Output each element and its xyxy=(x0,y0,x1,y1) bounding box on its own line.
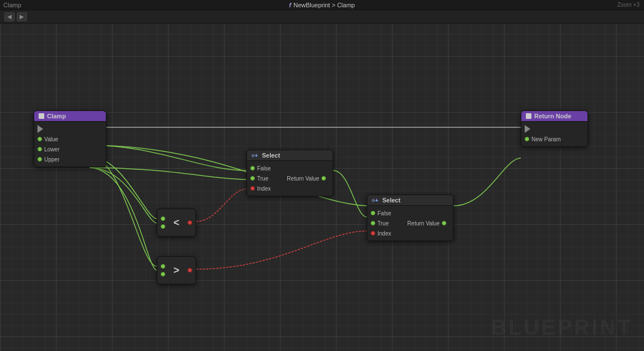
select2-false-pin xyxy=(371,211,375,215)
greater-than-left-pins xyxy=(161,264,165,276)
select2-return-row: Return Value xyxy=(404,218,450,228)
select2-pins: False True Index Return Valu xyxy=(367,208,453,238)
clamp-upper-row: Upper xyxy=(34,154,106,164)
select2-return-label: Return Value xyxy=(407,220,440,227)
clamp-node-header: ▣ Clamp xyxy=(34,111,106,122)
clamp-upper-pin xyxy=(38,157,42,161)
return-node[interactable]: ▣ Return Node New Param xyxy=(521,110,588,147)
return-param-label: New Param xyxy=(531,136,561,142)
select1-header: ≡+ Select xyxy=(247,150,333,161)
return-title: Return Node xyxy=(534,113,571,119)
topbar: Clamp f NewBlueprint > Clamp Zoom +3 xyxy=(0,0,644,10)
select2-false-label: False xyxy=(377,210,391,216)
clamp-upper-label: Upper xyxy=(44,156,59,163)
func-icon: f xyxy=(289,2,291,8)
select2-true-label: True xyxy=(377,220,389,227)
greater-than-right-pins xyxy=(188,268,192,273)
clamp-lower-row: Lower xyxy=(34,144,106,154)
clamp-value-pin xyxy=(38,137,42,141)
select2-index-label: Index xyxy=(377,230,391,237)
select1-false-label: False xyxy=(257,165,270,172)
select1-false-row: False xyxy=(247,163,283,173)
clamp-lower-label: Lower xyxy=(44,146,59,153)
less-than-pin-top xyxy=(161,216,165,221)
less-than-node[interactable]: < xyxy=(157,209,196,237)
return-param-row: New Param xyxy=(521,134,587,144)
blueprint-canvas: Clamp f NewBlueprint > Clamp Zoom +3 ◀ ▶ xyxy=(0,0,644,351)
select2-left-pins: False True Index xyxy=(367,208,404,238)
clamp-node[interactable]: ▣ Clamp Value Lower Upper xyxy=(34,110,106,167)
return-body: New Param xyxy=(521,122,587,146)
select2-return-pin xyxy=(442,221,446,225)
greater-than-symbol: > xyxy=(165,265,188,276)
less-than-pin-bottom xyxy=(161,224,165,229)
greater-than-pin-top xyxy=(161,264,165,269)
breadcrumb: f NewBlueprint > Clamp xyxy=(289,2,354,8)
select1-true-pin xyxy=(250,176,255,181)
select1-true-row: True xyxy=(247,173,283,183)
select1-false-pin xyxy=(250,166,255,170)
select2-title: Select xyxy=(382,197,400,204)
select2-node[interactable]: ≡+ Select False True xyxy=(367,195,454,241)
select1-left-pins: False True Index xyxy=(247,163,283,193)
back-button[interactable]: ◀ xyxy=(4,12,15,21)
return-header: ▣ Return Node xyxy=(521,111,587,122)
select1-true-label: True xyxy=(257,176,268,182)
greater-than-pin-bottom xyxy=(161,272,165,276)
select1-right-pins: Return Value xyxy=(283,163,333,193)
select2-false-row: False xyxy=(367,208,404,218)
less-than-symbol: < xyxy=(165,217,188,229)
select1-index-label: Index xyxy=(257,186,270,192)
select2-true-row: True xyxy=(367,218,404,228)
select1-index-row: Index xyxy=(247,183,283,193)
greater-than-out-pin xyxy=(188,268,192,273)
clamp-body: Value Lower Upper xyxy=(34,122,106,167)
forward-button[interactable]: ▶ xyxy=(17,12,27,21)
select1-index-pin xyxy=(250,186,255,191)
select1-return-pin xyxy=(321,176,326,181)
return-exec-pin xyxy=(525,125,530,133)
less-than-right-pins xyxy=(188,220,192,225)
select1-pins: False True Index Return Valu xyxy=(247,163,333,193)
less-than-left-pins xyxy=(161,216,165,229)
select1-title: Select xyxy=(262,152,280,159)
clamp-lower-pin xyxy=(38,147,42,151)
select2-index-pin xyxy=(371,231,375,235)
select2-body: False True Index Return Valu xyxy=(367,206,453,241)
return-param-pin xyxy=(525,137,529,141)
zoom-label: Zoom +3 xyxy=(617,2,640,8)
breadcrumb-text: NewBlueprint > Clamp xyxy=(293,2,355,8)
less-than-out-pin xyxy=(188,220,192,225)
bp-canvas: ▣ Clamp Value Lower Upper xyxy=(0,24,644,351)
clamp-exec-pin xyxy=(38,125,43,133)
watermark: BLUEPRINT xyxy=(491,316,633,340)
clamp-title: Clamp xyxy=(47,113,66,119)
select2-right-pins: Return Value xyxy=(404,208,453,238)
clamp-value-row: Value xyxy=(34,134,106,144)
greater-than-node[interactable]: > xyxy=(157,256,196,284)
select1-icon: ≡+ xyxy=(251,153,258,159)
select1-body: False True Index Return Valu xyxy=(247,161,333,196)
return-icon: ▣ xyxy=(526,113,531,119)
select2-true-pin xyxy=(371,221,375,225)
select2-icon: ≡+ xyxy=(372,197,379,204)
select1-node[interactable]: ≡+ Select False True xyxy=(246,150,333,196)
window-title: Clamp xyxy=(3,2,21,8)
clamp-icon: ▣ xyxy=(39,113,44,119)
clamp-value-label: Value xyxy=(44,136,58,142)
clamp-exec-row xyxy=(34,124,106,134)
select1-return-label: Return Value xyxy=(287,176,319,182)
select2-index-row: Index xyxy=(367,228,404,238)
return-exec-row xyxy=(521,124,587,134)
navbar: ◀ ▶ xyxy=(0,10,644,24)
select1-return-row: Return Value xyxy=(283,173,329,183)
select2-header: ≡+ Select xyxy=(367,195,453,206)
